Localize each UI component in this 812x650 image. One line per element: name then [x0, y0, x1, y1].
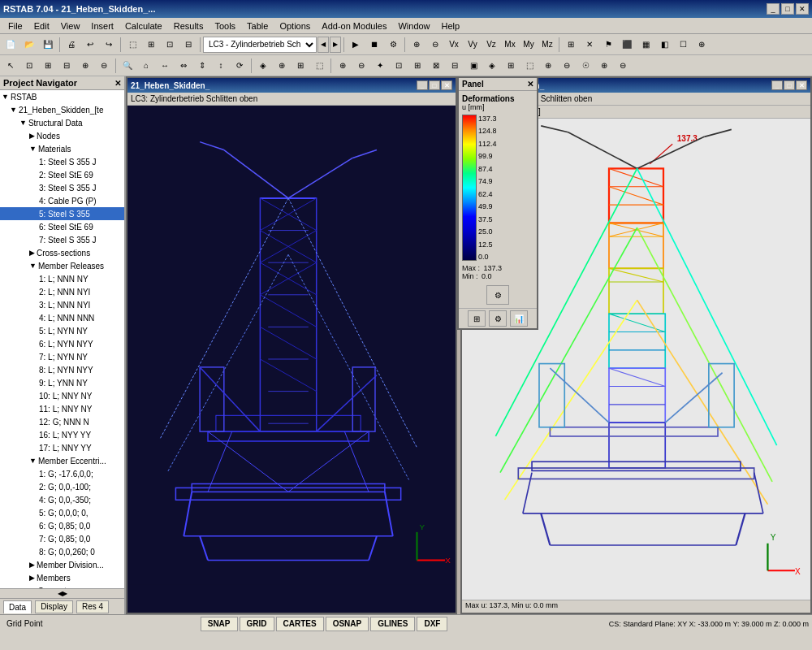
tree-ecc-6[interactable]: 6: G; 0,85; 0,0: [0, 519, 124, 532]
tb29[interactable]: ⊟: [58, 57, 76, 75]
tb50[interactable]: ▣: [464, 57, 482, 75]
tree-member-releases[interactable]: ▼ Member Releases: [0, 259, 124, 272]
tb9[interactable]: ⚙: [384, 36, 402, 54]
tb53[interactable]: ⬚: [520, 57, 538, 75]
tb38[interactable]: ⟳: [231, 57, 248, 75]
tb58[interactable]: ⊖: [614, 57, 632, 75]
tb51[interactable]: ◈: [483, 57, 501, 75]
tb44[interactable]: ⊖: [352, 57, 370, 75]
tree-rel-12[interactable]: 12: G; NNN N: [0, 415, 124, 428]
tab-data[interactable]: Data: [3, 600, 32, 613]
tb43[interactable]: ⊕: [334, 57, 352, 75]
tb4[interactable]: ⊞: [142, 36, 160, 54]
tb20[interactable]: ⚑: [599, 36, 617, 54]
tb28[interactable]: ⊞: [39, 57, 57, 75]
tree-mat-1[interactable]: 1: Steel S 355 J: [0, 155, 124, 168]
tb57[interactable]: ⊕: [595, 57, 613, 75]
sidebar-close-btn[interactable]: ✕: [114, 79, 121, 88]
tb14[interactable]: Vz: [482, 36, 500, 54]
panel-btn-3[interactable]: 📊: [510, 310, 528, 327]
tree-members[interactable]: ▶ Members: [0, 571, 124, 584]
tree-ecc-4[interactable]: 4: G; 0,0,-350;: [0, 493, 124, 506]
win-right-minimize[interactable]: _: [771, 80, 783, 90]
tab-display[interactable]: Display: [35, 600, 73, 613]
grid-btn[interactable]: GRID: [240, 617, 274, 631]
tree-materials[interactable]: ▼ Materials: [0, 142, 124, 155]
tb56[interactable]: ☉: [577, 57, 594, 75]
tb37[interactable]: ↕: [212, 57, 230, 75]
tb30[interactable]: ⊕: [76, 57, 94, 75]
tb41[interactable]: ⊞: [292, 57, 309, 75]
tb18[interactable]: ⊞: [562, 36, 580, 54]
tb8[interactable]: ⏹: [365, 36, 383, 54]
maximize-btn[interactable]: □: [781, 3, 794, 15]
tree-rel-1[interactable]: 1: L; NNN NY: [0, 272, 124, 285]
tree-ecc-7[interactable]: 7: G; 0,85; 0,0: [0, 532, 124, 545]
tree-project[interactable]: ▼ 21_Heben_Skidden_[te: [0, 103, 124, 116]
tree-member-eccentri[interactable]: ▼ Member Eccentri...: [0, 454, 124, 467]
left-canvas[interactable]: X Y: [127, 106, 456, 613]
tree-root-rstab[interactable]: ▼ RSTAB: [0, 90, 124, 103]
tb19[interactable]: ✕: [581, 36, 598, 54]
print-btn[interactable]: 🖨: [63, 36, 80, 54]
tree-mat-5[interactable]: 5: Steel S 355: [0, 207, 124, 220]
snap-btn[interactable]: SNAP: [201, 617, 238, 631]
tree-rel-5[interactable]: 5: L; NYN NY: [0, 324, 124, 337]
menu-insert[interactable]: Insert: [86, 20, 119, 32]
tree-mat-7[interactable]: 7: Steel S 355 J: [0, 233, 124, 246]
glines-btn[interactable]: GLINES: [370, 617, 415, 631]
menu-options[interactable]: Options: [274, 20, 315, 32]
tb48[interactable]: ⊠: [427, 57, 445, 75]
tb21[interactable]: ⬛: [618, 36, 636, 54]
sidebar-tree[interactable]: ▼ RSTAB ▼ 21_Heben_Skidden_[te ▼ Structu…: [0, 90, 124, 588]
close-btn[interactable]: ✕: [796, 3, 809, 15]
tb5[interactable]: ⊡: [161, 36, 179, 54]
tree-rel-10[interactable]: 10: L; NNY NY: [0, 389, 124, 402]
tree-mat-2[interactable]: 2: Steel StE 69: [0, 168, 124, 181]
tb46[interactable]: ⊡: [390, 57, 408, 75]
tb16[interactable]: My: [520, 36, 538, 54]
tb23[interactable]: ◧: [655, 36, 673, 54]
dxf-btn[interactable]: DXF: [417, 617, 447, 631]
win-right-maximize[interactable]: □: [784, 80, 795, 90]
prev-lc-btn[interactable]: ◀: [317, 37, 329, 53]
tree-ecc-8[interactable]: 8: G; 0,0,260; 0: [0, 545, 124, 558]
panel-btn-2[interactable]: ⚙: [489, 310, 507, 327]
load-case-dropdown[interactable]: LC3 - Zylinderbetrieb Schlitt...: [203, 37, 317, 53]
tree-rel-11[interactable]: 11: L; NNY NY: [0, 402, 124, 415]
menu-view[interactable]: View: [56, 20, 85, 32]
menu-addons[interactable]: Add-on Modules: [317, 20, 391, 32]
panel-btn-1[interactable]: ⊞: [468, 310, 486, 327]
osnap-btn[interactable]: OSNAP: [326, 617, 369, 631]
win-left-close[interactable]: ✕: [441, 80, 452, 90]
win-left-minimize[interactable]: _: [417, 80, 428, 90]
tb36[interactable]: ⇕: [193, 57, 211, 75]
win-left-maximize[interactable]: □: [429, 80, 440, 90]
cartes-btn[interactable]: CARTES: [276, 617, 324, 631]
tree-member-division[interactable]: ▶ Member Division...: [0, 558, 124, 571]
win-right-close[interactable]: ✕: [796, 80, 807, 90]
menu-table[interactable]: Table: [242, 20, 273, 32]
undo-btn[interactable]: ↩: [81, 36, 99, 54]
menu-help[interactable]: Help: [437, 20, 465, 32]
tb49[interactable]: ⊟: [446, 57, 464, 75]
tb7[interactable]: ▶: [347, 36, 365, 54]
tree-rel-2[interactable]: 2: L; NNN NYI: [0, 285, 124, 298]
tab-res4[interactable]: Res 4: [76, 600, 109, 613]
tb54[interactable]: ⊕: [539, 57, 557, 75]
minimize-btn[interactable]: _: [767, 3, 780, 15]
menu-edit[interactable]: Edit: [29, 20, 54, 32]
tb27[interactable]: ⊡: [20, 57, 38, 75]
tb32[interactable]: 🔍: [119, 57, 136, 75]
tree-mat-3[interactable]: 3: Steel S 355 J: [0, 181, 124, 194]
tree-mat-6[interactable]: 6: Steel StE 69: [0, 220, 124, 233]
next-lc-btn[interactable]: ▶: [330, 37, 341, 53]
tree-rel-9[interactable]: 9: L; YNN NY: [0, 376, 124, 389]
tb26[interactable]: ↖: [2, 57, 19, 75]
tree-structural-data[interactable]: ▼ Structural Data: [0, 116, 124, 129]
tb24[interactable]: ☐: [674, 36, 692, 54]
sidebar-resize-handle[interactable]: ◀▶: [0, 588, 124, 598]
tb3[interactable]: ⬚: [123, 36, 141, 54]
tb15[interactable]: Mx: [501, 36, 519, 54]
tb10[interactable]: ⊕: [408, 36, 425, 54]
